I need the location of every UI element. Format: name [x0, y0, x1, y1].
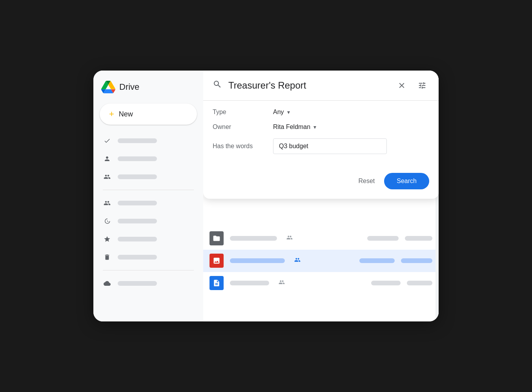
star-icon — [103, 235, 111, 243]
people-icon — [294, 257, 301, 265]
file-size-bar — [407, 281, 432, 285]
file-name-bar — [230, 281, 269, 285]
chevron-down-icon: ▾ — [313, 124, 316, 130]
table-row[interactable] — [203, 250, 439, 272]
new-button[interactable]: + New — [100, 103, 197, 125]
sidebar-item-recent[interactable] — [97, 213, 200, 229]
search-icon — [213, 80, 222, 91]
cloud-icon — [103, 279, 111, 288]
nav-label-bar — [118, 138, 157, 143]
nav-label-bar — [118, 156, 157, 161]
owner-select[interactable]: Rita Feldman ▾ — [273, 123, 316, 131]
search-modal: Treasurer's Report Type Any ▾ — [203, 71, 439, 199]
folder-icon — [210, 231, 224, 245]
app-title: Drive — [119, 82, 139, 92]
type-filter-row: Type Any ▾ — [213, 109, 429, 116]
table-row[interactable] — [203, 227, 439, 250]
type-value: Any — [273, 109, 284, 116]
checkmark-icon — [103, 136, 111, 145]
sidebar-item-shared[interactable] — [97, 195, 200, 211]
sidebar: Drive + New — [93, 71, 203, 321]
nav-label-bar — [118, 201, 157, 205]
close-button[interactable] — [395, 78, 409, 93]
filter-actions: Reset Search — [203, 170, 439, 199]
search-query: Treasurer's Report — [228, 80, 388, 91]
file-size-bar — [401, 258, 432, 263]
file-info — [230, 279, 365, 287]
new-button-label: New — [119, 110, 133, 118]
file-size-bar — [405, 236, 432, 241]
main-content: Treasurer's Report Type Any ▾ — [203, 71, 439, 321]
file-date-bar — [359, 258, 395, 263]
sidebar-item-starred[interactable] — [97, 231, 200, 247]
sidebar-item-profile[interactable] — [97, 151, 200, 167]
sidebar-item-team[interactable] — [97, 169, 200, 185]
image-icon — [210, 254, 224, 268]
chevron-down-icon: ▾ — [287, 109, 290, 115]
nav-label-bar — [118, 219, 157, 223]
type-select[interactable]: Any ▾ — [273, 109, 290, 116]
file-date-bar — [367, 236, 399, 241]
nav-label-bar — [118, 237, 157, 241]
owner-filter-row: Owner Rita Feldman ▾ — [213, 123, 429, 131]
nav-divider-2 — [103, 270, 194, 270]
search-filters: Type Any ▾ Owner Rita Feldman ▾ — [203, 101, 439, 170]
search-header: Treasurer's Report — [203, 71, 439, 101]
doc-icon — [210, 276, 224, 290]
person-icon — [103, 154, 111, 163]
search-header-actions — [395, 78, 429, 93]
file-info — [230, 234, 361, 242]
nav-items — [93, 132, 203, 292]
filter-button[interactable] — [415, 78, 429, 93]
plus-icon: + — [109, 109, 114, 119]
trash-icon — [103, 253, 111, 261]
sidebar-item-trash[interactable] — [97, 249, 200, 265]
app-window: Drive + New — [93, 71, 439, 321]
table-row[interactable] — [203, 272, 439, 294]
nav-divider — [103, 190, 194, 190]
people-icon — [279, 279, 285, 287]
owner-label: Owner — [213, 123, 264, 131]
file-name-bar — [230, 236, 277, 241]
shared-icon — [103, 199, 111, 207]
owner-value: Rita Feldman — [273, 123, 310, 131]
reset-button[interactable]: Reset — [352, 174, 381, 189]
type-label: Type — [213, 109, 264, 116]
file-date-bar — [371, 281, 401, 285]
has-words-label: Has the words — [213, 143, 264, 150]
team-icon — [103, 172, 111, 181]
sidebar-header: Drive — [93, 77, 203, 100]
sidebar-item-home[interactable] — [97, 132, 200, 149]
recent-icon — [103, 217, 111, 225]
people-icon — [286, 234, 293, 242]
sidebar-item-storage[interactable] — [97, 275, 200, 292]
drive-logo — [101, 80, 115, 94]
file-info — [230, 257, 353, 265]
file-name-bar — [230, 258, 285, 263]
has-words-filter-row: Has the words — [213, 138, 429, 154]
nav-label-bar — [118, 281, 157, 286]
has-words-input[interactable] — [273, 138, 387, 154]
nav-label-bar — [118, 174, 157, 179]
nav-label-bar — [118, 255, 157, 260]
search-button[interactable]: Search — [384, 173, 429, 189]
